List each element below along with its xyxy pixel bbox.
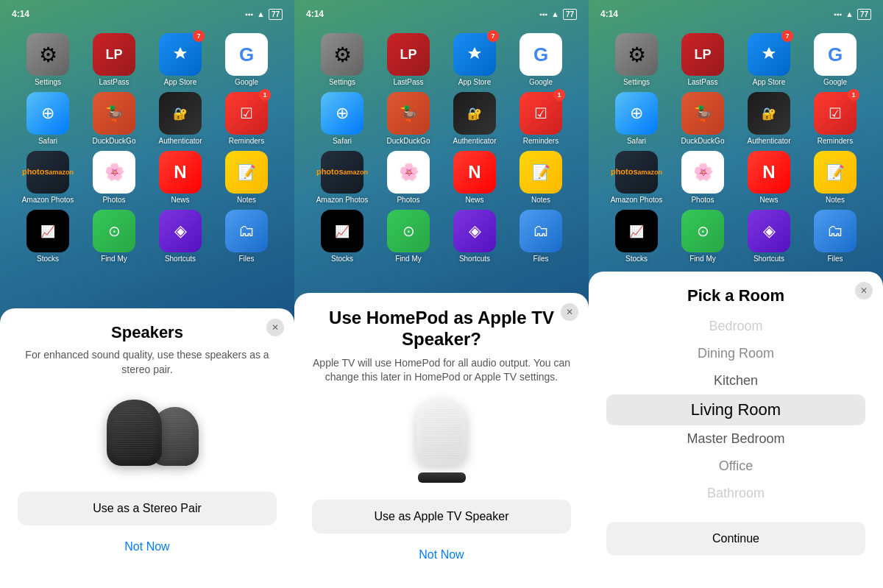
homepod-modal-subtitle: Apple TV will use HomePod for all audio …	[312, 356, 571, 385]
apple-tv-speaker-button[interactable]: Use as Apple TV Speaker	[312, 500, 571, 534]
room-phone-panel: 4:14 ▪▪▪ ▲ 77 ⚙ Settings LP LastPass 7 A…	[589, 0, 883, 588]
homepod-modal-overlay: ✕ Use HomePod as Apple TV Speaker? Apple…	[294, 0, 589, 588]
room-item-kitchen[interactable]: Kitchen	[606, 367, 865, 394]
speakers-modal-image	[18, 389, 277, 477]
homepod-dark-icon	[107, 400, 162, 466]
speakers-modal-close-button[interactable]: ✕	[266, 319, 284, 336]
speakers-pair-illustration	[107, 400, 188, 466]
stereo-pair-button[interactable]: Use as a Stereo Pair	[18, 492, 277, 525]
homepod-modal: ✕ Use HomePod as Apple TV Speaker? Apple…	[294, 293, 589, 588]
speakers-modal-overlay: ✕ Speakers For enhanced sound quality, u…	[0, 0, 294, 588]
speakers-modal: ✕ Speakers For enhanced sound quality, u…	[0, 308, 294, 588]
room-continue-button[interactable]: Continue	[606, 522, 865, 556]
room-modal: ✕ Pick a Room Bedroom Dining Room Kitche…	[589, 272, 883, 588]
speakers-modal-subtitle: For enhanced sound quality, use these sp…	[18, 348, 277, 377]
homepod-white-icon	[416, 399, 467, 465]
homepod-tv-illustration	[416, 399, 467, 483]
room-modal-title: Pick a Room	[606, 286, 865, 305]
speakers-phone-panel: 4:14 ▪▪▪ ▲ 77 ⚙ Settings LP LastPass 7 A…	[0, 0, 294, 588]
room-item-master-bedroom[interactable]: Master Bedroom	[606, 425, 865, 453]
room-item-bathroom[interactable]: Bathroom	[606, 480, 865, 507]
room-modal-overlay: ✕ Pick a Room Bedroom Dining Room Kitche…	[589, 0, 883, 588]
homepod-modal-image	[312, 397, 571, 485]
room-item-office[interactable]: Office	[606, 453, 865, 480]
speakers-modal-title: Speakers	[18, 323, 277, 342]
homepod-phone-panel: 4:14 ▪▪▪ ▲ 77 ⚙ Settings LP LastPass 7 A…	[294, 0, 589, 588]
not-now-link-2[interactable]: Not Now	[312, 544, 571, 566]
room-picker-list: Bedroom Dining Room Kitchen Living Room …	[606, 313, 865, 507]
room-modal-close-button[interactable]: ✕	[855, 282, 873, 300]
homepod-modal-close-button[interactable]: ✕	[561, 303, 578, 321]
apple-tv-box-icon	[418, 472, 466, 483]
room-item-bedroom[interactable]: Bedroom	[606, 313, 865, 340]
room-item-dining-room[interactable]: Dining Room	[606, 340, 865, 367]
homepod-modal-title: Use HomePod as Apple TV Speaker?	[312, 308, 571, 350]
not-now-link-1[interactable]: Not Now	[18, 536, 277, 558]
room-item-living-room[interactable]: Living Room	[606, 394, 865, 425]
